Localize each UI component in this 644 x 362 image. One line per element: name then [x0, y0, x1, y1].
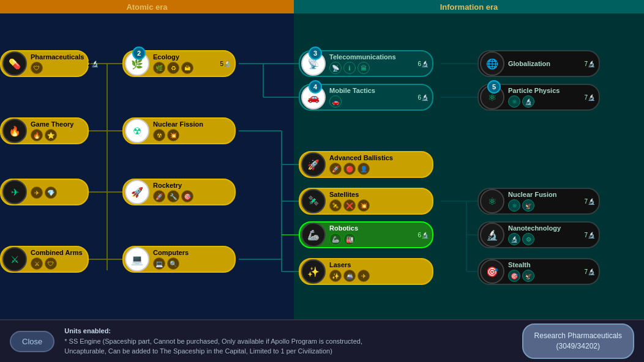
era-information-header: Information era: [294, 0, 644, 13]
particle-physics-badge: 5: [487, 80, 501, 94]
mobile-tactics-title: Mobile Tactics: [329, 87, 414, 94]
t-mini2: ℹ: [343, 62, 356, 74]
gt-mini2: ⭐: [45, 129, 57, 141]
computers-icon: 💻: [125, 247, 149, 272]
tech-robotics[interactable]: 🦾 Robotics 🦾 🏭 6🔬: [299, 221, 433, 248]
sat-mini3: 💥: [358, 199, 370, 212]
mt-mini1: 🚗: [329, 95, 342, 108]
combined-arms-content: Combined Arms ⚔ 🛡: [27, 249, 88, 270]
tech-computers[interactable]: 💻 Computers 💻 🔍: [122, 246, 236, 273]
lp-mini2: 💎: [45, 187, 57, 199]
las-mini2: 🚢: [343, 270, 356, 282]
ca-mini1: ⚔: [31, 257, 43, 270]
robotics-content: Robotics 🦾 🏭: [326, 224, 417, 245]
nano-mini2: ⚙: [522, 233, 534, 245]
particle-physics-cost: 7🔬: [584, 94, 599, 101]
tech-lasers[interactable]: ✨ Lasers ✨ 🚢 ✈: [299, 258, 433, 285]
tech-mobile-tactics[interactable]: 4 🚗 Mobile Tactics 🚗 6🔬: [299, 84, 433, 111]
pp-mini1: ⚛: [508, 95, 520, 108]
ecology-title: Ecology: [153, 53, 216, 61]
nano-mini1: 🔬: [508, 233, 520, 245]
tech-pharmaceuticals[interactable]: 💊 Pharmaceuticals 🛡 2🔬: [0, 50, 89, 77]
atomic-era-label: Atomic era: [126, 2, 167, 12]
telecom-cost: 6🔬: [417, 61, 432, 67]
ecology-mini3: 🏔: [181, 62, 193, 74]
ecology-badge: 2: [132, 46, 146, 60]
game-theory-icon: 🔥: [2, 119, 27, 143]
ecology-mini2: ♻: [167, 62, 179, 74]
tech-game-theory[interactable]: 🔥 Game Theory 🔥 ⭐: [0, 117, 89, 144]
globalization-title: Globalization: [508, 60, 580, 67]
pp-mini2: 🔬: [522, 95, 534, 108]
ab-mini1: 🚀: [329, 163, 342, 175]
computers-content: Computers 💻 🔍: [149, 249, 234, 270]
nanotechnology-title: Nanotechnology: [508, 224, 580, 232]
tech-tree-area: 💊 Pharmaceuticals 🛡 2🔬 2 🌿 Ecology 🌿 ♻ 🏔…: [0, 13, 644, 319]
tech-globalization[interactable]: 🌐 Globalization 7🔬: [477, 50, 600, 77]
stealth-title: Stealth: [508, 261, 580, 268]
game-theory-content: Game Theory 🔥 ⭐: [27, 120, 88, 141]
las-mini1: ✨: [329, 270, 342, 282]
pharmaceuticals-title: Pharmaceuticals: [31, 53, 84, 61]
bottom-bar: Close Units enabled: * SS Engine (Spaces…: [0, 319, 644, 362]
computers-title: Computers: [153, 249, 231, 256]
mobile-tactics-cost: 6🔬: [417, 94, 432, 101]
satellites-content: Satellites 🛰 ❌ 💥: [326, 191, 432, 212]
nuclear-fission-content: Nuclear Fission ☢ 💥: [149, 120, 234, 141]
stealth-cost: 7🔬: [584, 268, 599, 275]
tech-stealth[interactable]: 🎯 Stealth 🎯 🦅 7🔬: [477, 258, 600, 285]
tech-left-placeholder[interactable]: ✈ ✈ 💎: [0, 179, 89, 205]
satellites-title: Satellites: [329, 191, 429, 198]
nuclear-fusion-icon: ⚛: [480, 189, 504, 213]
pharmaceuticals-mini1: 🛡: [31, 62, 43, 74]
stealth-content: Stealth 🎯 🦅: [504, 261, 584, 282]
nfus-mini2: 🦅: [522, 199, 534, 212]
globalization-icon: 🌐: [480, 51, 504, 76]
lasers-content: Lasers ✨ 🚢 ✈: [326, 261, 432, 282]
stealth-mini2: 🦅: [522, 270, 534, 282]
robotics-title: Robotics: [329, 224, 414, 232]
nuclear-fission-icon: ☢: [125, 119, 149, 143]
globalization-content: Globalization: [504, 60, 584, 67]
tech-advanced-ballistics[interactable]: 🚀 Advanced Ballistics 🚀 🔴 👤: [299, 151, 433, 178]
ab-mini3: 👤: [358, 163, 370, 175]
rob-mini1: 🦾: [329, 233, 342, 245]
r-mini3: 🎯: [181, 190, 193, 202]
t-mini1: 📡: [329, 62, 342, 74]
t-mini3: 🏛: [358, 62, 370, 74]
las-mini3: ✈: [358, 270, 370, 282]
ecology-mini1: 🌿: [153, 62, 165, 74]
tech-nuclear-fusion[interactable]: ⚛ Nuclear Fusion ⚛ 🦅 7🔬: [477, 188, 600, 215]
comp-mini2: 🔍: [167, 257, 179, 270]
lp-mini1: ✈: [31, 187, 43, 199]
research-button[interactable]: Research Pharmaceuticals(3049/34202): [522, 323, 634, 359]
nf-mini2: 💥: [167, 129, 179, 141]
lasers-title: Lasers: [329, 261, 429, 268]
era-atomic-header: Atomic era: [0, 0, 294, 13]
advanced-ballistics-content: Advanced Ballistics 🚀 🔴 👤: [326, 154, 432, 175]
tech-telecommunications[interactable]: 3 📡 Telecommunications 📡 ℹ 🏛 6🔬: [299, 50, 433, 77]
ecology-cost: 5🔬: [220, 61, 234, 67]
nanotechnology-content: Nanotechnology 🔬 ⚙: [504, 224, 584, 245]
close-label: Close: [22, 337, 42, 346]
rocketry-icon: 🚀: [125, 180, 149, 204]
tech-combined-arms[interactable]: ⚔ Combined Arms ⚔ 🛡: [0, 246, 89, 273]
mobile-tactics-badge: 4: [309, 80, 322, 94]
bottom-info: Units enabled: * SS Engine (Spaceship pa…: [64, 326, 512, 356]
tech-rocketry[interactable]: 🚀 Rocketry 🚀 🔧 🎯: [122, 179, 236, 205]
info-title: Units enabled:: [64, 326, 512, 336]
tech-ecology[interactable]: 2 🌿 Ecology 🌿 ♻ 🏔 5🔬: [122, 50, 236, 77]
stealth-icon: 🎯: [480, 259, 504, 284]
tech-nanotechnology[interactable]: 🔬 Nanotechnology 🔬 ⚙ 7🔬: [477, 221, 600, 248]
close-button[interactable]: Close: [10, 331, 54, 352]
tech-nuclear-fission[interactable]: ☢ Nuclear Fission ☢ 💥: [122, 117, 236, 144]
left-placeholder-content: ✈ 💎: [27, 185, 88, 199]
tech-particle-physics[interactable]: 5 ⚛ Particle Physics ⚛ 🔬 7🔬: [477, 84, 600, 111]
info-text: * SS Engine (Spaceship part, Cannot be p…: [64, 336, 512, 356]
pharmaceuticals-icon: 💊: [2, 51, 27, 76]
nfus-mini1: ⚛: [508, 199, 520, 212]
particle-physics-content: Particle Physics ⚛ 🔬: [504, 87, 584, 108]
tech-satellites[interactable]: 🛰 Satellites 🛰 ❌ 💥: [299, 188, 433, 215]
robotics-icon: 🦾: [301, 223, 326, 247]
nuclear-fission-title: Nuclear Fission: [153, 120, 231, 128]
